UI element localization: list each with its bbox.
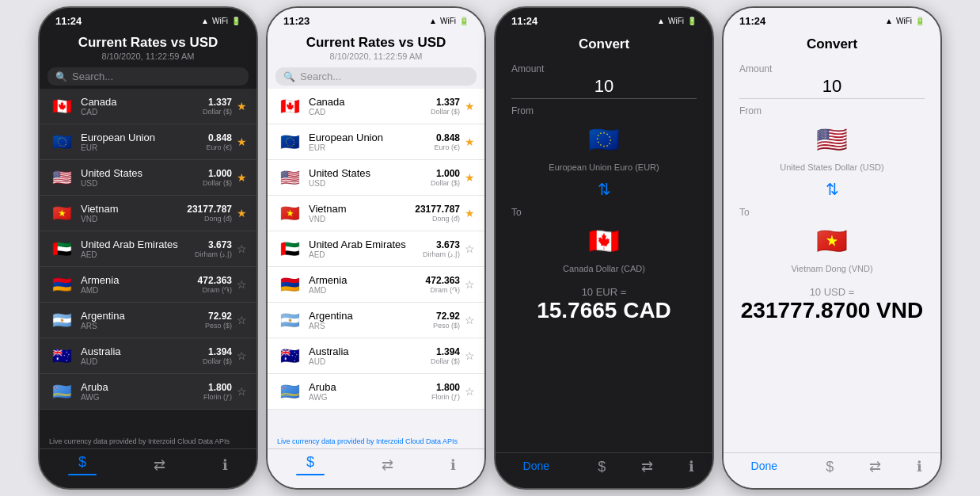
status-time: 11:23 <box>283 15 310 27</box>
star-icon[interactable]: ☆ <box>465 314 475 326</box>
list-item[interactable]: 🇺🇸 United States USD 1.000 Dollar ($) ★ <box>268 160 484 196</box>
active-tab-indicator <box>68 474 97 475</box>
star-icon[interactable]: ☆ <box>237 242 247 255</box>
amount-input[interactable] <box>739 74 925 99</box>
tab-item-1[interactable]: ⇄ <box>154 456 165 474</box>
from-flag: 🇪🇺 <box>584 120 624 159</box>
star-icon[interactable]: ★ <box>465 171 475 184</box>
currency-code: AMD <box>309 286 420 295</box>
list-item[interactable]: 🇦🇺 Australia AUD 1.394 Dollar ($) ☆ <box>268 338 484 374</box>
from-currency[interactable]: 🇺🇸 United States Dollar (USD) <box>739 120 925 172</box>
star-icon[interactable]: ☆ <box>465 385 475 398</box>
currency-subrate: Dollar ($) <box>431 179 460 187</box>
to-section: To 🇻🇳 Vietnam Dong (VND) <box>739 207 925 273</box>
to-currency[interactable]: 🇨🇦 Canada Dollar (CAD) <box>511 221 697 273</box>
currency-rate: 23177.787 <box>415 204 460 215</box>
amount-label: Amount <box>511 63 697 74</box>
currency-rate-block: 0.848 Euro (€) <box>206 132 232 151</box>
star-icon[interactable]: ★ <box>465 100 475 113</box>
list-item[interactable]: 🇦🇷 Argentina ARS 72.92 Peso ($) ☆ <box>40 303 256 338</box>
header-subtitle: 8/10/2020, 11:22:59 AM <box>280 52 472 61</box>
list-item[interactable]: 🇨🇦 Canada CAD 1.337 Dollar ($) ★ <box>268 89 484 124</box>
star-icon[interactable]: ☆ <box>465 242 475 255</box>
star-icon[interactable]: ☆ <box>237 314 247 326</box>
search-bar[interactable]: 🔍 Search... <box>275 67 477 86</box>
flag-icon: 🇦🇺 <box>277 343 302 368</box>
tab-icon-2: ℹ <box>450 456 456 474</box>
currency-code: AUD <box>81 357 196 366</box>
star-icon[interactable]: ★ <box>465 135 475 148</box>
flag-icon: 🇦🇲 <box>49 272 74 297</box>
star-icon[interactable]: ☆ <box>237 349 247 362</box>
list-item[interactable]: 🇦🇼 Aruba AWG 1.800 Florin (ƒ) ☆ <box>40 374 256 410</box>
currency-name: United Arab Emirates <box>309 238 416 250</box>
tab-item-1[interactable]: ⇄ <box>641 458 653 475</box>
list-item[interactable]: 🇦🇲 Armenia AMD 472.363 Dram (֏) ☆ <box>40 267 256 303</box>
to-label: To <box>739 207 925 218</box>
from-label: From <box>511 105 697 116</box>
to-section: To 🇨🇦 Canada Dollar (CAD) <box>511 207 697 273</box>
tab-item-0[interactable]: $ <box>68 454 97 475</box>
star-icon[interactable]: ★ <box>237 135 247 148</box>
currency-right: 3.673 Dirham (إ.د) ☆ <box>195 239 247 258</box>
star-icon[interactable]: ☆ <box>465 349 475 362</box>
star-icon[interactable]: ★ <box>237 207 247 219</box>
tab-item-0[interactable]: $ <box>296 454 325 475</box>
amount-input[interactable] <box>511 74 697 99</box>
list-item[interactable]: 🇦🇼 Aruba AWG 1.800 Florin (ƒ) ☆ <box>268 374 484 410</box>
list-item[interactable]: 🇦🇷 Argentina ARS 72.92 Peso ($) ☆ <box>268 303 484 338</box>
tab-item-1[interactable]: ⇄ <box>869 458 881 475</box>
swap-button[interactable]: ⇅ <box>511 180 697 199</box>
tab-item-0[interactable]: $ <box>826 459 834 475</box>
to-flag: 🇻🇳 <box>812 221 852 261</box>
list-item[interactable]: 🇻🇳 Vietnam VND 23177.787 Dong (đ) ★ <box>268 196 484 231</box>
currency-right: 72.92 Peso ($) ☆ <box>205 311 247 330</box>
currency-rate-block: 1.394 Dollar ($) <box>431 346 460 365</box>
list-item[interactable]: 🇻🇳 Vietnam VND 23177.787 Dong (đ) ★ <box>40 196 256 231</box>
star-icon[interactable]: ★ <box>237 100 247 113</box>
currency-code: AMD <box>81 286 192 295</box>
list-item[interactable]: 🇦🇺 Australia AUD 1.394 Dollar ($) ☆ <box>40 338 256 374</box>
done-button[interactable]: Done <box>751 460 781 472</box>
list-item[interactable]: 🇪🇺 European Union EUR 0.848 Euro (€) ★ <box>40 124 256 160</box>
star-icon[interactable]: ☆ <box>237 278 247 291</box>
list-item[interactable]: 🇨🇦 Canada CAD 1.337 Dollar ($) ★ <box>40 89 256 124</box>
currency-name: Australia <box>81 345 196 357</box>
list-item[interactable]: 🇦🇪 United Arab Emirates AED 3.673 Dirham… <box>268 231 484 267</box>
currency-rate-block: 3.673 Dirham (إ.د) <box>195 239 232 258</box>
currency-code: VND <box>81 215 180 223</box>
tab-item-2[interactable]: ℹ <box>450 456 456 474</box>
from-currency[interactable]: 🇪🇺 European Union Euro (EUR) <box>511 120 697 172</box>
phone-dark-rates: 11:24 ▲WiFi🔋 Current Rates vs USD 8/10/2… <box>38 6 258 490</box>
currency-right: 0.848 Euro (€) ★ <box>434 132 475 151</box>
tab-item-2[interactable]: ℹ <box>222 456 228 474</box>
flag-icon: 🇦🇪 <box>277 236 302 261</box>
currency-subrate: Dollar ($) <box>431 108 460 116</box>
tab-icon-1: ⇄ <box>641 458 653 475</box>
currency-rate-block: 0.848 Euro (€) <box>434 132 460 151</box>
tab-item-2[interactable]: ℹ <box>917 458 922 475</box>
swap-button[interactable]: ⇅ <box>739 180 925 199</box>
list-item[interactable]: 🇦🇲 Armenia AMD 472.363 Dram (֏) ☆ <box>268 267 484 303</box>
amount-section: Amount <box>511 63 697 99</box>
list-item[interactable]: 🇦🇪 United Arab Emirates AED 3.673 Dirham… <box>40 231 256 267</box>
star-icon[interactable]: ★ <box>465 207 475 219</box>
done-button[interactable]: Done <box>523 460 553 472</box>
list-item[interactable]: 🇺🇸 United States USD 1.000 Dollar ($) ★ <box>40 160 256 196</box>
tab-item-2[interactable]: ℹ <box>689 458 694 475</box>
currency-code: AUD <box>309 357 424 366</box>
flag-icon: 🇪🇺 <box>49 129 74 155</box>
tab-icon-1: ⇄ <box>154 456 165 474</box>
currency-name: Armenia <box>309 274 420 286</box>
star-icon[interactable]: ☆ <box>465 278 475 291</box>
tab-item-0[interactable]: $ <box>598 459 606 475</box>
star-icon[interactable]: ☆ <box>237 385 247 398</box>
currency-info: United States USD <box>309 167 424 188</box>
star-icon[interactable]: ★ <box>237 171 247 184</box>
search-bar[interactable]: 🔍 Search... <box>47 67 249 86</box>
list-item[interactable]: 🇪🇺 European Union EUR 0.848 Euro (€) ★ <box>268 124 484 160</box>
tab-item-1[interactable]: ⇄ <box>382 456 393 474</box>
search-icon: 🔍 <box>283 71 295 82</box>
currency-rate: 0.848 <box>206 132 232 143</box>
to-currency[interactable]: 🇻🇳 Vietnam Dong (VND) <box>739 221 925 273</box>
